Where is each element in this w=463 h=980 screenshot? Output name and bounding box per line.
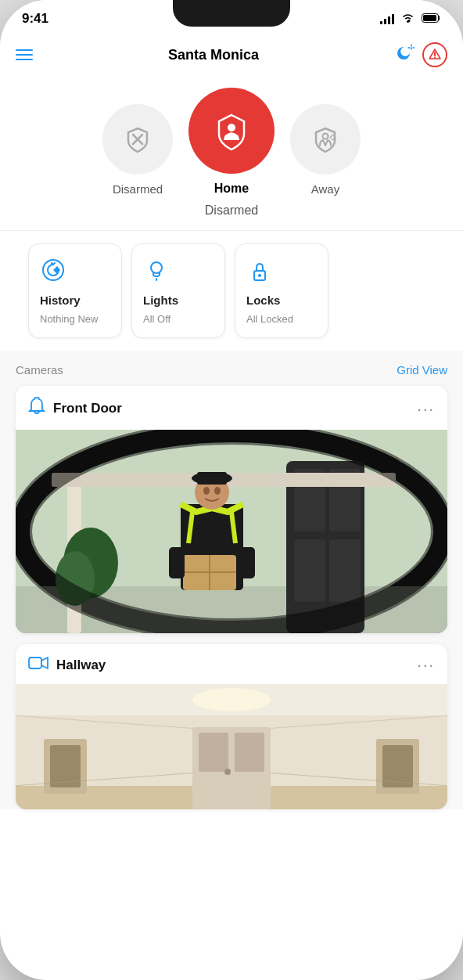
camera-front-door-name: Front Door [53,401,122,416]
header-actions [394,42,447,67]
grid-view-button[interactable]: Grid View [397,363,447,377]
history-card-title: History [40,294,81,307]
svg-point-13 [323,134,328,139]
svg-point-9 [434,57,436,59]
cameras-section: Cameras Grid View Front Door ··· [0,351,463,809]
svg-point-40 [214,487,221,495]
camera-hallway-name-row: Hallway [28,655,106,675]
svg-rect-38 [197,472,227,485]
svg-point-51 [192,688,271,712]
svg-rect-30 [329,539,361,602]
camera-card-front-door[interactable]: Front Door ··· [16,386,447,633]
notch [173,0,290,27]
camera-hallway-name: Hallway [56,658,106,673]
mode-away-label: Away [311,182,339,196]
svg-point-39 [203,487,210,495]
svg-rect-64 [235,733,264,772]
armed-status: Disarmed [0,196,463,230]
camera-front-door-image [16,430,447,633]
mode-disarmed-label: Disarmed [113,182,163,196]
svg-rect-29 [294,539,325,602]
app-header: Santa Monica [0,33,463,80]
mode-home-label: Home [214,182,249,196]
camera-front-door-name-row: Front Door [28,397,122,420]
locks-card-sub: All Locked [246,313,293,325]
lights-card-sub: All Off [143,313,170,325]
header-title: Santa Monica [168,47,259,63]
mode-home-circle [188,88,275,174]
svg-rect-45 [239,547,255,578]
locks-icon [246,257,273,287]
camera-bell-icon [28,397,45,420]
svg-point-22 [258,274,261,277]
svg-rect-44 [169,547,185,578]
lights-icon [143,257,170,287]
camera-hallway-header: Hallway ··· [16,644,447,684]
phone-frame: 9:41 [0,0,463,980]
svg-rect-49 [29,658,41,668]
camera-hallway-image [16,684,447,809]
cameras-section-title: Cameras [16,363,63,377]
svg-rect-63 [199,733,228,772]
cameras-header: Cameras Grid View [16,351,447,386]
svg-point-12 [228,124,235,132]
mode-home[interactable]: Home [188,88,275,196]
history-icon [40,257,66,287]
svg-rect-2 [423,15,436,21]
mode-disarmed[interactable]: Disarmed [102,104,173,196]
night-mode-icon[interactable] [394,42,415,67]
status-time: 9:41 [22,11,48,27]
locks-card-title: Locks [246,294,280,307]
security-modes: Disarmed Home [0,80,463,196]
camera-front-door-header: Front Door ··· [16,386,447,430]
battery-icon [422,12,441,26]
mode-disarmed-circle [102,104,173,175]
quick-card-history[interactable]: History Nothing New [28,243,122,338]
wifi-icon [401,12,415,26]
svg-point-18 [151,262,162,273]
camera-card-hallway[interactable]: Hallway ··· [16,644,447,809]
quick-card-locks[interactable]: Locks All Locked [235,243,328,338]
lights-card-title: Lights [143,294,178,307]
camera-video-icon [28,655,48,675]
svg-point-65 [224,769,231,775]
svg-line-14 [330,135,333,138]
camera-front-door-more[interactable]: ··· [417,400,435,418]
quick-cards-row: History Nothing New Lights All Off [0,231,463,351]
status-icons [380,12,441,26]
history-card-sub: Nothing New [40,313,98,325]
signal-icon [380,13,394,24]
camera-hallway-more[interactable]: ··· [417,656,435,674]
alert-icon[interactable] [422,42,447,67]
menu-button[interactable] [16,49,33,60]
mode-away-circle [290,104,361,175]
quick-card-lights[interactable]: Lights All Off [131,243,225,338]
svg-point-0 [407,20,409,23]
mode-away[interactable]: Away [290,104,361,196]
